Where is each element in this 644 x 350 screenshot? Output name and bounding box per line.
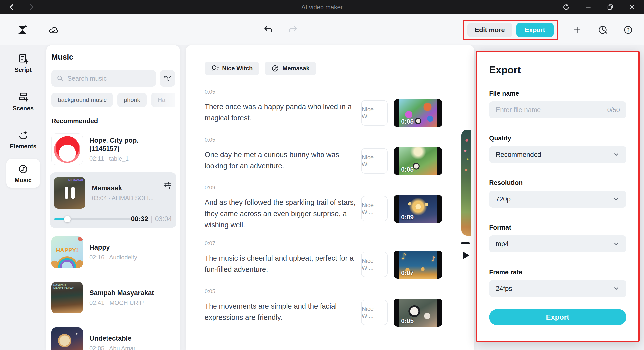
recommended-heading: Recommended [52,117,175,125]
search-box [52,70,156,87]
voice-badge[interactable]: Nice Wi... [361,252,388,277]
left-sidebar: Script Scenes Elements Music [0,46,46,350]
quality-label: Quality [489,134,626,142]
track-meta: 02:41 · MOCH URIP [89,299,154,306]
sidebar-item-label: Music [15,177,32,184]
chip-label: Nice Witch [222,65,253,72]
segment-thumbnail[interactable]: 0:05 [394,298,442,326]
tag-truncated[interactable]: Ha [151,93,175,107]
quality-value: Recommended [496,151,541,159]
thumbnail-duration: 0:05 [401,317,414,324]
segment-text[interactable]: And as they followed the sparkling trail… [204,197,361,231]
segment-list: 0:05 There once was a happy panda who li… [186,89,474,326]
export-confirm-button[interactable]: Export [489,309,626,325]
track-happy[interactable]: HAPPY! Happy 02:16 · Audiodeity [52,234,175,270]
sidebar-item-music[interactable]: Music [6,159,40,188]
track-artwork: HAPPY! [52,236,83,268]
export-button-toolbar[interactable]: Export [516,23,554,37]
cloud-check-icon [48,25,59,35]
track-undetectable[interactable]: Undetectable 02:05 · Abu Amar [52,325,175,350]
search-input[interactable] [67,75,151,82]
file-name-input-wrap: 0/50 [489,101,626,118]
frame-rate-dropdown[interactable]: 24fps [489,280,626,297]
voice-badge[interactable]: Nice Wi... [361,196,388,221]
track-title: Memasak [92,184,154,192]
track-meta: 02:05 · Abu Amar [89,345,136,350]
export-panel-title: Export [489,64,626,76]
track-artwork [52,327,83,350]
segment-text[interactable]: The movements are simple and the facial … [204,300,361,323]
sidebar-item-elements[interactable]: Elements [4,127,42,152]
artwork-text: HAPPY! [56,247,78,253]
segment-thumbnail[interactable]: 0:09 [394,195,442,223]
elements-icon [18,129,29,141]
track-sampah-masyarakat[interactable]: SAMPAH MASYARAKAT Sampah Masyarakat 02:4… [52,280,175,315]
voice-badge[interactable]: Nice Wi... [361,148,388,174]
script-segment: 0:05 One day he met a curious bunny who … [204,137,442,175]
music-panel-title: Music [52,53,175,62]
help-button[interactable]: ? [622,24,634,36]
segment-thumbnail[interactable]: 0:05 [394,147,442,175]
cloud-sync-button[interactable] [48,24,59,36]
segment-text[interactable]: There once was a happy panda who lived i… [204,101,361,124]
sidebar-item-label: Scenes [13,105,34,112]
tag-background-music[interactable]: background music [52,93,113,107]
current-time: 00:32 [131,215,148,223]
format-field-group: Format mp4 [489,224,626,252]
history-button[interactable] [596,24,608,36]
thumbnail-duration: 0:05 [401,166,414,173]
chevron-down-icon [612,240,620,248]
progress-bar[interactable] [54,218,131,220]
thumbnail-duration: 0:05 [401,118,414,125]
sidebar-item-scenes[interactable]: Scenes [4,89,42,114]
add-button[interactable] [571,24,583,36]
track-artwork: MEMASAK [54,177,85,209]
play-icon[interactable] [463,251,470,259]
track-title: Hope. City pop. (1145157) [89,136,164,153]
segment-time: 0:05 [204,288,442,294]
resolution-label: Resolution [489,179,626,187]
track-title: Undetectable [89,334,136,342]
clock-history-icon [597,25,608,35]
segment-text[interactable]: The music is cheerful and upbeat, perfec… [204,253,361,275]
voice-badge[interactable]: Nice Wi... [361,299,388,325]
chip-label: Memasak [282,65,309,72]
track-title: Sampah Masyarakat [89,289,154,297]
track-artwork [52,133,83,165]
filter-icon [163,74,172,83]
quality-dropdown[interactable]: Recommended [489,146,626,163]
quality-field-group: Quality Recommended [489,134,626,163]
undo-button[interactable] [262,24,274,36]
sidebar-item-script[interactable]: Script [4,51,42,76]
filter-button[interactable] [160,70,175,87]
progress-knob[interactable] [64,216,70,222]
chip-voice-nice-witch[interactable]: Nice Witch [204,62,259,75]
frame-rate-field-group: Frame rate 24fps [489,268,626,297]
capcut-logo-icon [16,25,29,36]
track-meta: 02:11 · table_1 [89,155,164,162]
format-dropdown[interactable]: mp4 [489,235,626,252]
file-name-input[interactable] [496,106,604,114]
resolution-dropdown[interactable]: 720p [489,191,626,208]
edit-more-button[interactable]: Edit more [468,23,512,37]
audio-settings-button[interactable] [163,181,172,190]
segment-text[interactable]: One day he met a curious bunny who was l… [204,149,361,172]
track-hope[interactable]: Hope. City pop. (1145157) 02:11 · table_… [52,131,175,167]
voice-badge[interactable]: Nice Wi... [361,100,388,126]
redo-icon [288,25,298,35]
tag-phonk[interactable]: phonk [118,93,147,107]
music-disc-icon [271,64,279,72]
svg-text:?: ? [626,28,630,33]
format-value: mp4 [496,240,509,248]
script-segment: 0:05 The movements are simple and the fa… [204,288,442,326]
format-label: Format [489,224,626,231]
zoom-out-button[interactable] [461,242,470,244]
file-name-field-group: File name 0/50 [489,90,626,118]
pause-icon[interactable] [54,177,85,209]
redo-button[interactable] [287,24,299,36]
segment-time: 0:05 [204,89,442,95]
chip-music-memasak[interactable]: Memasak [265,62,316,75]
track-memasak-selected[interactable]: MEMASAK Memasak 03:04 · AHMAD SOLI... [50,172,176,228]
segment-thumbnail[interactable]: ♪♪ 0:07 [394,251,442,279]
segment-thumbnail[interactable]: 0:05 [394,99,442,127]
